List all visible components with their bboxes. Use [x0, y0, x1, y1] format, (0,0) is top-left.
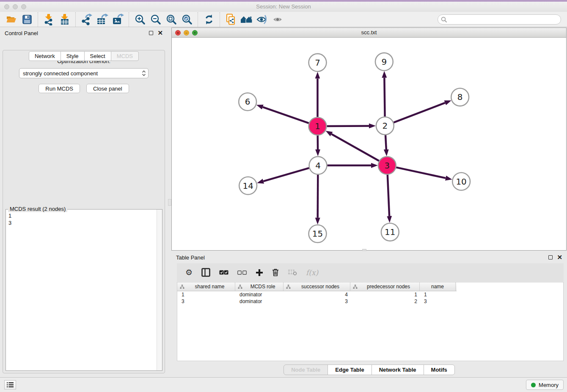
search-input[interactable]: [449, 16, 558, 22]
save-session-button[interactable]: [19, 13, 35, 26]
edge-2-9[interactable]: [384, 78, 385, 117]
select-all-columns-icon[interactable]: [219, 270, 228, 275]
network-window-titlebar[interactable]: × − + scc.txt: [172, 28, 566, 38]
tab-style[interactable]: Style: [61, 51, 85, 61]
zoom-in-icon: [135, 14, 146, 25]
delete-column-icon[interactable]: [272, 268, 279, 276]
unselect-all-columns-icon[interactable]: [237, 271, 247, 275]
node-3[interactable]: 3: [378, 157, 396, 174]
mcds-result-list[interactable]: 13: [6, 210, 157, 370]
table-panel-tabs: Node TableEdge TableNetwork TableMotifs: [171, 364, 567, 375]
zoom-in-button[interactable]: [132, 13, 148, 26]
refresh-button[interactable]: [201, 13, 217, 26]
zoom-fit-button[interactable]: [163, 13, 179, 26]
cell-MCDS-role[interactable]: dominator: [235, 292, 284, 298]
show-display-button[interactable]: [270, 13, 286, 26]
tab-edge-table[interactable]: Edge Table: [328, 364, 372, 375]
zoom-out-button[interactable]: [148, 13, 163, 26]
column-header-successor-nodes[interactable]: successor nodes: [284, 282, 350, 291]
edge-1-6[interactable]: [263, 107, 309, 123]
network-title: scc.txt: [172, 29, 566, 36]
task-history-button[interactable]: [4, 380, 16, 389]
add-column-icon[interactable]: [256, 269, 263, 276]
tab-network[interactable]: Network: [29, 51, 61, 61]
mcds-tab-content: Optimization criterion: strongly connect…: [3, 50, 165, 373]
tab-node-table[interactable]: Node Table: [284, 364, 328, 375]
import-table-button[interactable]: [57, 13, 72, 26]
run-mcds-button[interactable]: Run MCDS: [39, 84, 80, 93]
edge-4-15[interactable]: [318, 175, 318, 218]
import-network-button[interactable]: [41, 13, 57, 26]
edge-1-2[interactable]: [327, 126, 369, 126]
export-network-button[interactable]: [79, 13, 94, 26]
export-image-button[interactable]: [110, 13, 126, 26]
result-item[interactable]: 1: [8, 212, 154, 219]
node-15[interactable]: 15: [309, 225, 327, 243]
edge-3-11[interactable]: [388, 175, 389, 216]
column-header-name[interactable]: name: [420, 282, 456, 291]
memory-status-dot: [531, 383, 536, 387]
close-panel-icon[interactable]: ✕: [157, 31, 163, 35]
node-2[interactable]: 2: [376, 117, 394, 135]
zoom-selected-button[interactable]: [179, 13, 195, 26]
cell-name[interactable]: 3: [420, 298, 456, 304]
column-header-shared-name[interactable]: shared name: [177, 282, 235, 291]
tab-mcds[interactable]: MCDS: [111, 51, 139, 61]
node-8[interactable]: 8: [451, 88, 469, 106]
cell-successor-nodes[interactable]: 4: [284, 292, 350, 298]
export-network-icon: [81, 14, 93, 25]
node-10[interactable]: 10: [452, 173, 470, 190]
cell-shared-name[interactable]: 1: [177, 292, 235, 298]
node-4[interactable]: 4: [309, 157, 327, 174]
edge-3-1[interactable]: [331, 134, 379, 161]
memory-button[interactable]: Memory: [526, 380, 564, 390]
float-panel-icon[interactable]: [548, 255, 553, 259]
table-settings-icon[interactable]: ⚙: [185, 268, 193, 276]
close-panel-button[interactable]: Close panel: [86, 84, 129, 93]
close-panel-icon[interactable]: ✕: [557, 255, 562, 259]
node-6[interactable]: 6: [239, 93, 256, 110]
result-scrollbar[interactable]: [157, 210, 162, 370]
zoom-fit-icon: [166, 14, 177, 25]
float-panel-icon[interactable]: [149, 31, 153, 35]
node-14[interactable]: 14: [239, 177, 257, 195]
memory-label: Memory: [539, 382, 559, 388]
cell-predecessor-nodes[interactable]: 2: [350, 298, 420, 304]
search-box[interactable]: [438, 14, 561, 25]
hide-display-button[interactable]: [254, 13, 270, 26]
column-panel-icon[interactable]: [201, 268, 210, 277]
table-row[interactable]: 1dominator411: [177, 291, 563, 298]
result-item[interactable]: 3: [8, 219, 154, 226]
open-session-button[interactable]: [3, 13, 19, 26]
column-header-predecessor-nodes[interactable]: predecessor nodes: [350, 282, 420, 291]
column-header-MCDS-role[interactable]: MCDS role: [235, 282, 284, 291]
control-panel-header: Control Panel ✕: [0, 28, 168, 39]
clone-network-button[interactable]: [223, 13, 239, 26]
home-button[interactable]: [239, 13, 254, 26]
cell-predecessor-nodes[interactable]: 1: [350, 292, 420, 298]
cell-MCDS-role[interactable]: dominator: [235, 298, 284, 304]
node-1[interactable]: 1: [309, 117, 327, 135]
tab-select[interactable]: Select: [84, 51, 111, 61]
cell-successor-nodes[interactable]: 3: [284, 298, 350, 304]
cell-shared-name[interactable]: 3: [177, 298, 235, 304]
node-7[interactable]: 7: [309, 54, 327, 72]
network-graph[interactable]: 1234678910111415: [172, 38, 566, 250]
cell-name[interactable]: 1: [420, 292, 456, 298]
vertical-splitter-handle[interactable]: [168, 199, 171, 206]
edge-3-10[interactable]: [396, 167, 446, 178]
tab-motifs[interactable]: Motifs: [424, 364, 455, 375]
app-titlebar[interactable]: Session: New Session: [0, 2, 567, 12]
horizontal-splitter-handle[interactable]: [362, 249, 366, 251]
node-11[interactable]: 11: [381, 223, 399, 241]
export-image-icon: [112, 14, 124, 25]
node-9[interactable]: 9: [375, 53, 393, 71]
edge-2-8[interactable]: [394, 103, 445, 122]
export-table-button[interactable]: [94, 13, 110, 26]
tab-network-table[interactable]: Network Table: [372, 364, 424, 375]
edge-2-3[interactable]: [385, 135, 386, 149]
edge-4-14[interactable]: [264, 168, 309, 181]
network-canvas[interactable]: 1234678910111415: [172, 38, 566, 250]
optimization-criterion-select[interactable]: strongly connected component: [19, 68, 149, 78]
table-row[interactable]: 3dominator323: [177, 298, 563, 305]
